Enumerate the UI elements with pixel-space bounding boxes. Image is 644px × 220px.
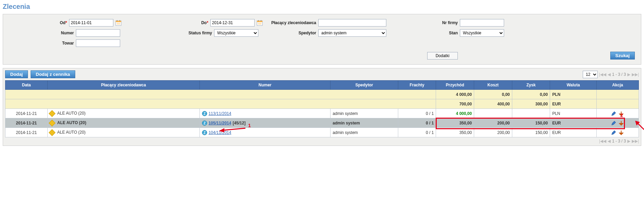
- orders-table: Data Płacący zleceniodawca Numer Spedyto…: [5, 80, 639, 137]
- prev-page-icon[interactable]: ◀: [608, 72, 611, 77]
- next-page-icon[interactable]: ▶: [627, 139, 630, 143]
- pager-bottom: |◀◀ ◀ 1 - 3 / 3 ▶ ▶▶|: [599, 139, 639, 143]
- summary-row: 700,00400,00300,00EUR: [5, 99, 639, 109]
- col-data[interactable]: Data: [5, 81, 48, 90]
- date-to-input[interactable]: [210, 19, 255, 27]
- svg-text:Z: Z: [204, 112, 206, 116]
- edit-icon[interactable]: [611, 120, 616, 126]
- edit-icon[interactable]: [611, 130, 616, 135]
- label-do: Do*: [124, 20, 208, 25]
- page-title: Zlecenia: [3, 3, 643, 11]
- sum-koszt: 400,00: [474, 99, 512, 109]
- col-zysk[interactable]: Zysk: [512, 81, 550, 90]
- svg-rect-7: [257, 21, 262, 22]
- order-badge-icon: Z: [202, 130, 207, 135]
- svg-rect-1: [116, 21, 121, 22]
- order-number-link[interactable]: 105/11/2014: [209, 121, 231, 125]
- cell-date: 2014-11-21: [5, 118, 48, 128]
- label-numer: Numer: [9, 31, 74, 35]
- calendar-icon[interactable]: [257, 19, 263, 26]
- cell-platnik: ALE AUTO (20): [48, 128, 200, 137]
- page-info: 1 - 3 / 3: [612, 139, 626, 143]
- table-header-row: Data Płacący zleceniodawca Numer Spedyto…: [5, 81, 639, 90]
- order-number-link[interactable]: 113/11/2014: [209, 111, 231, 116]
- sum-koszt: 0,00: [474, 90, 512, 99]
- company-no-input[interactable]: [460, 19, 504, 27]
- filter-panel: Od* Do* Płacący zleceniodawca Nr firmy N…: [3, 14, 641, 65]
- col-akcja: Akcja: [596, 81, 639, 90]
- col-frachty[interactable]: Frachty: [398, 81, 436, 90]
- cell-zysk: [512, 109, 550, 118]
- cell-koszt: [474, 109, 512, 118]
- table-row[interactable]: 2014-11-21ALE AUTO (20)Z104/11/2014admin…: [5, 128, 639, 137]
- first-page-icon[interactable]: |◀◀: [599, 72, 606, 77]
- col-przychod[interactable]: Przychód: [436, 81, 474, 90]
- cell-frachty: 0 / 1: [398, 109, 436, 118]
- col-spedytor[interactable]: Spedytor: [331, 81, 398, 90]
- col-waluta[interactable]: Waluta: [550, 81, 596, 90]
- cell-przychod: 350,00: [436, 128, 474, 137]
- cell-platnik: ALE AUTO (20): [48, 118, 200, 128]
- cell-numer: Z105/11/2014 [45/12]: [199, 118, 331, 128]
- company-status-select[interactable]: Wszystkie: [214, 29, 258, 37]
- label-nrfirmy: Nr firmy: [397, 20, 458, 25]
- label-towar: Towar: [9, 41, 74, 46]
- next-page-icon[interactable]: ▶: [627, 72, 630, 77]
- sum-przychod: 4 000,00: [436, 90, 474, 99]
- cell-action: [596, 128, 639, 137]
- state-select[interactable]: Wszystkie: [460, 29, 504, 37]
- cell-platnik: ALE AUTO (20): [48, 109, 200, 118]
- results-panel: Dodaj Dodaj z cennika 12 |◀◀ ◀ 1 - 3 / 3…: [3, 68, 641, 146]
- cell-spedytor: admin system: [331, 118, 398, 128]
- towar-input[interactable]: [76, 39, 120, 47]
- cell-przychod: 350,00: [436, 118, 474, 128]
- cell-waluta: EUR: [550, 128, 596, 137]
- cell-przychod: 4 000,00: [436, 109, 474, 118]
- first-page-icon[interactable]: |◀◀: [599, 139, 606, 143]
- cell-zysk: 150,00: [512, 118, 550, 128]
- number-input[interactable]: [76, 29, 120, 37]
- spedytor-select[interactable]: admin system: [318, 29, 386, 37]
- search-button[interactable]: Szukaj: [610, 52, 635, 60]
- page-info: 1 - 3 / 3: [612, 72, 626, 77]
- page-size-select[interactable]: 12: [583, 71, 598, 78]
- prev-page-icon[interactable]: ◀: [608, 139, 611, 143]
- cell-frachty: 0 / 1: [398, 118, 436, 128]
- sum-zysk: 300,00: [512, 99, 550, 109]
- date-from-input[interactable]: [69, 19, 113, 27]
- add-from-pricelist-button[interactable]: Dodaj z cennika: [31, 70, 75, 78]
- diamond-icon: [49, 110, 55, 117]
- cell-koszt: 200,00: [474, 128, 512, 137]
- sum-waluta: PLN: [550, 90, 596, 99]
- col-numer[interactable]: Numer: [199, 81, 331, 90]
- cell-spedytor: admin system: [331, 128, 398, 137]
- table-row[interactable]: 2014-11-21ALE AUTO (20)Z105/11/2014 [45/…: [5, 118, 639, 128]
- label-status: Status firmy: [124, 31, 212, 35]
- cell-action: [596, 109, 639, 118]
- download-icon[interactable]: [618, 130, 624, 135]
- label-od: Od*: [9, 20, 67, 25]
- table-row[interactable]: 2014-11-21ALE AUTO (20)Z113/11/2014admin…: [5, 109, 639, 118]
- last-page-icon[interactable]: ▶▶|: [632, 72, 639, 77]
- diamond-icon: [49, 129, 55, 136]
- edit-icon[interactable]: [611, 111, 616, 116]
- cell-koszt: 200,00: [474, 118, 512, 128]
- col-platnik[interactable]: Płacący zleceniodawca: [48, 81, 200, 90]
- order-badge-icon: Z: [202, 111, 207, 116]
- cell-action: [596, 118, 639, 128]
- diamond-icon: [49, 120, 55, 126]
- last-page-icon[interactable]: ▶▶|: [632, 139, 639, 143]
- download-icon[interactable]: [618, 111, 624, 116]
- cell-date: 2014-11-21: [5, 128, 48, 137]
- calendar-icon[interactable]: [115, 19, 122, 26]
- dodatki-button[interactable]: Dodatki: [427, 52, 458, 60]
- cell-numer: Z104/11/2014: [199, 128, 331, 137]
- payer-input[interactable]: [318, 19, 386, 27]
- order-badge-icon: Z: [202, 120, 207, 126]
- sum-zysk: 0,00: [512, 90, 550, 99]
- col-koszt[interactable]: Koszt: [474, 81, 512, 90]
- order-number-extra: [45/12]: [232, 121, 245, 125]
- add-button[interactable]: Dodaj: [5, 70, 28, 78]
- order-number-link[interactable]: 104/11/2014: [209, 130, 231, 135]
- download-icon[interactable]: [618, 120, 624, 126]
